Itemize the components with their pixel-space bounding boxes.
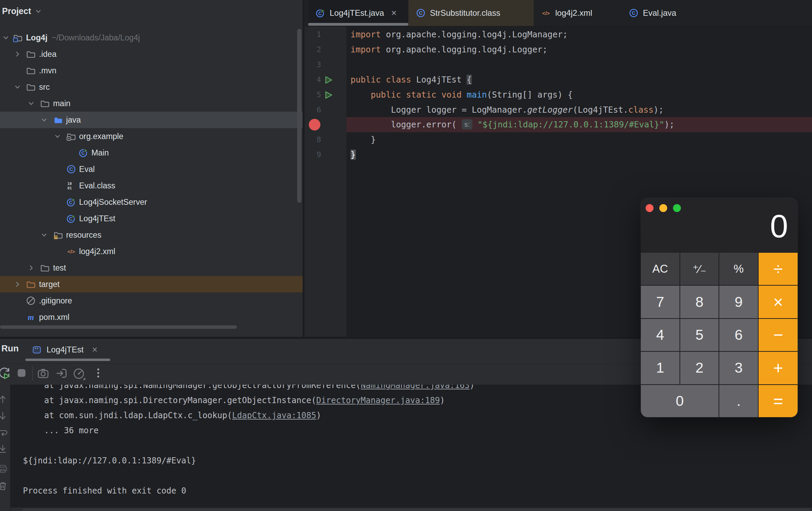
chevron-down-icon[interactable] [27, 100, 35, 107]
code-segment: Log4jTEst [416, 75, 467, 85]
code-segment: } [351, 150, 356, 160]
svg-text:C: C [632, 10, 636, 16]
code-line-3: 3 [305, 57, 812, 72]
tree-item-log4j[interactable]: Log4j~/Downloads/Jaba/Log4j [0, 29, 303, 46]
tree-item--idea[interactable]: .idea [0, 46, 303, 62]
chevron-down-icon[interactable] [14, 83, 21, 91]
code-segment: public class [351, 75, 416, 85]
down-arrow-icon[interactable] [0, 411, 8, 421]
tree-item--mvn[interactable]: .mvn [0, 62, 303, 79]
calc-button-5[interactable]: 5 [680, 319, 719, 351]
tree-item-test[interactable]: test [0, 260, 303, 276]
calc-button-2[interactable]: 2 [680, 352, 719, 384]
tree-item-pom-xml[interactable]: mpom.xml [0, 309, 303, 325]
svg-text:01: 01 [67, 186, 72, 190]
code-segment [472, 120, 478, 129]
run-tab-log4jtest[interactable]: Log4jTEst × [32, 341, 98, 359]
calc-button-decimal[interactable]: . [719, 385, 758, 417]
code-segment: getLogger [527, 105, 573, 115]
code-segment: s: [462, 119, 473, 129]
profiler-button[interactable] [73, 367, 86, 380]
tree-item-eval-class[interactable]: 1001Eval.class [0, 177, 303, 194]
folder-sources-icon [53, 115, 63, 125]
calc-button-1[interactable]: 1 [641, 352, 680, 384]
chevron-down-icon[interactable] [40, 231, 48, 239]
code-segment: } [351, 135, 376, 145]
breakpoint-icon[interactable] [309, 119, 320, 130]
editor-tab-strsubstitutor-class[interactable]: CStrSubstitutor.class [408, 0, 534, 26]
chevron-down-icon[interactable] [40, 116, 48, 124]
chevron-right-icon[interactable] [14, 281, 21, 288]
run-gutter-icon[interactable] [324, 90, 333, 100]
close-icon[interactable]: × [92, 345, 98, 355]
chevron-right-icon[interactable] [14, 50, 21, 58]
camera-button[interactable] [37, 367, 49, 379]
calc-button-4[interactable]: 4 [641, 319, 680, 351]
tree-item-org-example[interactable]: org.example [0, 128, 303, 145]
calculator-display: 0 [641, 205, 788, 247]
stack-trace-link[interactable]: DirectoryManager.java:189 [316, 396, 440, 405]
up-arrow-icon[interactable] [0, 394, 8, 404]
tree-item-log4jsocketserver[interactable]: CLog4jSocketServer [0, 194, 303, 210]
calc-button-0[interactable]: 0 [641, 385, 719, 417]
tree-item-resources[interactable]: resources [0, 227, 303, 243]
calc-button-9[interactable]: 9 [719, 286, 758, 318]
calc-button-×[interactable]: × [759, 286, 798, 318]
tree-item-main[interactable]: main [0, 95, 303, 112]
class-binary-icon: 1001 [66, 181, 76, 190]
tree-item-main[interactable]: CMain [0, 145, 303, 161]
console-text: at com.sun.jndi.ldap.LdapCtx.c_lookup( [44, 411, 232, 420]
code-segment: { [467, 75, 472, 85]
calc-button-7[interactable]: 7 [641, 286, 680, 318]
line-number: 4 [305, 72, 321, 87]
calc-button-8[interactable]: 8 [680, 286, 719, 318]
chevron-down-icon[interactable] [2, 34, 10, 41]
calc-button-+[interactable]: + [759, 352, 798, 384]
close-icon[interactable]: × [391, 8, 397, 18]
tree-item-eval[interactable]: CEval [0, 161, 303, 177]
stack-trace-link[interactable]: NamingManager.java:163 [361, 385, 470, 390]
calc-button-÷[interactable]: ÷ [759, 253, 798, 285]
project-tree-horizontal-scrollbar[interactable] [0, 325, 237, 329]
calc-button-6[interactable]: 6 [719, 319, 758, 351]
line-number: 2 [305, 42, 321, 57]
calc-button-%[interactable]: % [719, 253, 758, 285]
clear-icon[interactable] [0, 481, 8, 491]
calc-button-−[interactable]: − [759, 319, 798, 351]
print-icon[interactable] [0, 464, 8, 474]
editor-tab-eval-java[interactable]: CEval.java [621, 0, 685, 26]
calc-button-⁺⁄₋[interactable]: ⁺⁄₋ [680, 253, 719, 285]
stop-button[interactable] [16, 367, 27, 379]
rerun-button[interactable] [0, 367, 10, 379]
line-number: 8 [305, 132, 321, 147]
soft-wrap-icon[interactable] [0, 428, 8, 438]
calc-button-3[interactable]: 3 [719, 352, 758, 384]
tree-item-label: .mvn [39, 66, 56, 75]
scroll-to-end-icon[interactable] [0, 444, 8, 454]
active-tab-indicator [308, 23, 408, 26]
calc-button-ac[interactable]: AC [641, 253, 680, 285]
editor-tab-log4jtest-java[interactable]: CLog4jTEst.java× [308, 0, 408, 26]
code-line-1: 1import org.apache.logging.log4j.LogMana… [305, 27, 812, 42]
tree-item-log4j2-xml[interactable]: </>log4j2.xml [0, 243, 303, 260]
tree-item-src[interactable]: src [0, 79, 303, 95]
chevron-right-icon[interactable] [27, 264, 35, 272]
code-segment: main [467, 90, 487, 100]
toolbar-divider [32, 366, 33, 381]
editor-tab-log4j2-xml[interactable]: </>log4j2.xml [534, 0, 610, 26]
run-gutter-icon[interactable] [324, 75, 333, 85]
more-button[interactable] [92, 367, 104, 379]
ignored-icon [26, 296, 36, 306]
tree-item-log4jtest[interactable]: CLog4jTEst [0, 210, 303, 227]
chevron-down-icon[interactable] [54, 133, 61, 140]
attach-button[interactable] [55, 367, 68, 379]
code-line-4: 4public class Log4jTEst { [305, 72, 812, 87]
project-tree-vertical-scrollbar[interactable] [297, 29, 302, 203]
calc-button-=[interactable]: = [759, 385, 798, 417]
console-horizontal-scrollbar[interactable] [22, 509, 811, 511]
tree-item-target[interactable]: target [0, 276, 303, 292]
console-line: ... 36 more [11, 423, 812, 438]
tree-item--gitignore[interactable]: .gitignore [0, 292, 303, 309]
stack-trace-link[interactable]: LdapCtx.java:1085 [232, 411, 316, 420]
tree-item-java[interactable]: java [0, 112, 303, 128]
